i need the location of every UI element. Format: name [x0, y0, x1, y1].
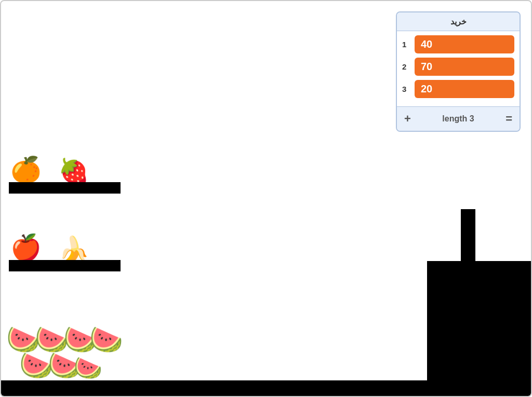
row-1-value[interactable]: 40 [415, 35, 514, 53]
right-platform [427, 261, 531, 396]
row-1-num: 1 [402, 40, 415, 49]
panel-body: 1 40 2 70 3 20 [397, 31, 520, 106]
floor-platform [1, 380, 432, 396]
scene: 🍊 🍓 🍎 🍌 🍉 🍉 🍉 🍉 🍉 🍉 🍉 خرید [1, 1, 531, 396]
pole [461, 209, 475, 261]
panel-row-3: 3 20 [402, 80, 514, 98]
equals-button[interactable]: = [506, 112, 512, 126]
panel: خرید 1 40 2 70 3 20 + length 3 = [396, 11, 521, 132]
watermelon-4: 🍉 [89, 324, 123, 355]
panel-header: خرید [397, 12, 520, 31]
panel-footer: + length 3 = [397, 106, 520, 131]
shelf-middle [9, 260, 121, 271]
panel-row-2: 2 70 [402, 58, 514, 76]
shelf-top [9, 182, 121, 194]
row-3-value[interactable]: 20 [415, 80, 514, 98]
row-3-num: 3 [402, 85, 415, 93]
watermelon-slice: 🍉 [74, 354, 102, 381]
watermelon-cluster: 🍉 🍉 🍉 🍉 🍉 🍉 🍉 [6, 319, 126, 381]
plus-button[interactable]: + [404, 112, 411, 126]
row-2-num: 2 [402, 62, 415, 71]
fruit-orange: 🍊 [10, 157, 42, 182]
fruit-strawberry: 🍓 [58, 159, 89, 184]
length-label: length 3 [442, 114, 474, 124]
row-2-value[interactable]: 70 [415, 58, 514, 76]
fruit-banana: 🍌 [58, 237, 89, 262]
panel-row-1: 1 40 [402, 35, 514, 53]
fruit-apple: 🍎 [10, 235, 42, 260]
app-container: 🍊 🍓 🍎 🍌 🍉 🍉 🍉 🍉 🍉 🍉 🍉 خرید [0, 0, 532, 397]
